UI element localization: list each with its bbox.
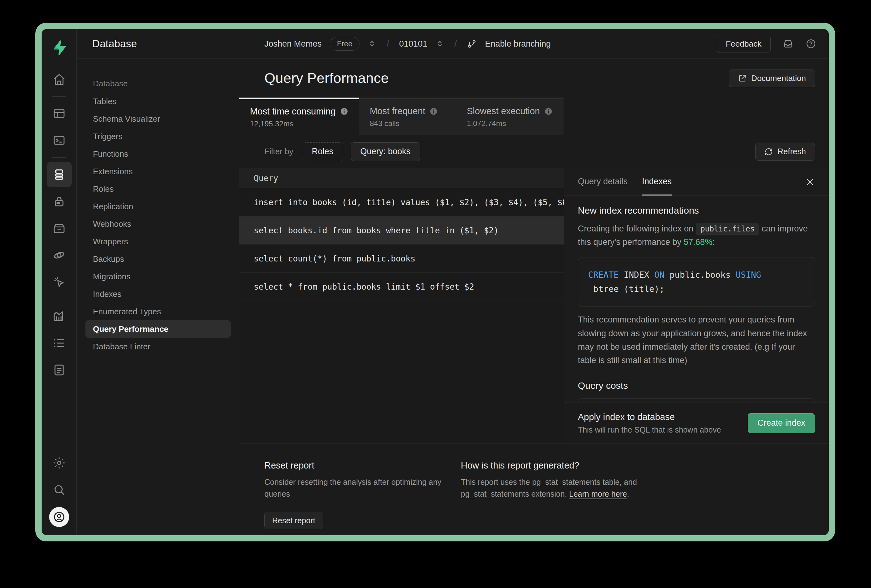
- project-name[interactable]: 010101: [399, 39, 427, 49]
- sidebar-item-replication[interactable]: Replication: [77, 197, 239, 215]
- recommendation-intro: Creating the following index on public.f…: [578, 222, 815, 249]
- nav-list: Database Tables Schema Visualizer Trigge…: [77, 59, 239, 355]
- query-column-header: Query: [239, 168, 564, 188]
- sidebar-item-database-linter[interactable]: Database Linter: [77, 338, 239, 355]
- apply-index-footer: Apply index to database This will run th…: [564, 402, 829, 443]
- breadcrumb-separator: /: [452, 39, 459, 49]
- query-row[interactable]: select * from public.books limit $1 offs…: [239, 273, 564, 301]
- app-window: Database Database Tables Schema Visualiz…: [42, 29, 829, 535]
- realtime-icon[interactable]: [46, 269, 72, 296]
- user-avatar[interactable]: [49, 507, 69, 527]
- storage-icon[interactable]: [46, 215, 72, 242]
- sidebar-item-extensions[interactable]: Extensions: [77, 163, 239, 180]
- query-row[interactable]: insert into books (id, title) values ($1…: [239, 188, 564, 217]
- roles-filter-button[interactable]: Roles: [302, 142, 343, 161]
- authentication-icon[interactable]: [46, 188, 72, 215]
- edge-functions-icon[interactable]: [46, 242, 72, 269]
- chevrons-up-down-icon[interactable]: [368, 39, 376, 48]
- top-bar: Joshen Memes Free / 010101 / Enable bran…: [239, 29, 829, 59]
- reset-report-button[interactable]: Reset report: [264, 512, 323, 529]
- apply-index-subtext: This will run the SQL that is shown abov…: [578, 425, 721, 434]
- close-icon[interactable]: [805, 177, 815, 187]
- tab-label: Slowest execution: [467, 106, 540, 116]
- chevrons-up-down-icon[interactable]: [436, 39, 444, 48]
- reset-report-section: Reset report Consider resetting the anal…: [264, 460, 452, 535]
- reports-icon[interactable]: [46, 303, 72, 330]
- sidebar-item-functions[interactable]: Functions: [77, 145, 239, 163]
- home-icon[interactable]: [46, 66, 72, 93]
- table-editor-icon[interactable]: [46, 100, 72, 127]
- how-generated-text: This report uses the pg_stat_statements …: [461, 476, 667, 500]
- tab-value: 1,072.74ms: [467, 119, 552, 128]
- sidebar-item-webhooks[interactable]: Webhooks: [77, 215, 239, 233]
- sidebar-item-indexes[interactable]: Indexes: [77, 285, 239, 303]
- rail-divider: [52, 96, 66, 97]
- settings-gear-icon[interactable]: [46, 449, 72, 476]
- sidenav-header: Database: [77, 29, 239, 59]
- query-costs-box: Total cost of query Currently: 25: [578, 398, 815, 402]
- details-panel: Query details Indexes New index recommen…: [564, 168, 829, 443]
- sql-editor-icon[interactable]: [46, 127, 72, 154]
- improvement-percent: 57.68%: [684, 237, 712, 247]
- git-branch-icon: [467, 39, 477, 49]
- sidebar-item-migrations[interactable]: Migrations: [77, 268, 239, 285]
- sidebar-item-query-performance[interactable]: Query Performance: [85, 320, 231, 338]
- sidebar-item-roles[interactable]: Roles: [77, 180, 239, 197]
- info-icon: [430, 107, 438, 115]
- info-icon: [544, 107, 552, 115]
- window-frame: Database Database Tables Schema Visualiz…: [35, 23, 835, 542]
- tab-most-time-consuming[interactable]: Most time consuming 12,195.32ms: [239, 97, 359, 135]
- intro-text: :: [712, 237, 715, 247]
- sql-line: btree (title);: [588, 282, 805, 296]
- report-info-section: How is this report generated? This repor…: [461, 460, 667, 535]
- sidebar-item-schema-visualizer[interactable]: Schema Visualizer: [77, 110, 239, 128]
- tab-slowest-execution[interactable]: Slowest execution 1,072.74ms: [456, 97, 563, 135]
- query-row[interactable]: select count(*) from public.books: [239, 245, 564, 273]
- icon-rail: [42, 29, 77, 535]
- how-generated-heading: How is this report generated?: [461, 460, 667, 471]
- create-index-button[interactable]: Create index: [748, 413, 815, 433]
- tab-query-details[interactable]: Query details: [578, 168, 628, 196]
- feedback-button[interactable]: Feedback: [717, 35, 771, 53]
- search-icon[interactable]: [46, 476, 72, 503]
- tab-label: Most frequent: [370, 106, 425, 116]
- apply-index-heading: Apply index to database: [578, 412, 721, 422]
- panel-body: New index recommendations Creating the f…: [564, 196, 829, 402]
- recommendations-heading: New index recommendations: [578, 205, 815, 216]
- sidebar-item-tables[interactable]: Tables: [77, 93, 239, 110]
- api-docs-icon[interactable]: [46, 356, 72, 383]
- org-name[interactable]: Joshen Memes: [264, 39, 322, 49]
- documentation-label: Documentation: [751, 73, 806, 83]
- learn-more-link[interactable]: Learn more here: [569, 489, 627, 498]
- sidebar-item-triggers[interactable]: Triggers: [77, 128, 239, 145]
- report-tabs: Most time consuming 12,195.32ms Most fre…: [239, 97, 829, 135]
- recommendation-note: This recommendation serves to prevent yo…: [578, 313, 815, 367]
- logs-icon[interactable]: [46, 330, 72, 356]
- inbox-icon[interactable]: [783, 38, 794, 49]
- refresh-button[interactable]: Refresh: [755, 143, 815, 161]
- query-filter-button[interactable]: Query: books: [351, 142, 421, 161]
- help-icon[interactable]: [806, 39, 816, 49]
- database-icon[interactable]: [46, 162, 72, 187]
- sidenav-title: Database: [92, 38, 137, 50]
- table-name-chip: public.files: [696, 223, 759, 235]
- sidenav: Database Database Tables Schema Visualiz…: [77, 29, 239, 535]
- bottom-section: Reset report Consider resetting the anal…: [239, 443, 829, 535]
- documentation-button[interactable]: Documentation: [729, 69, 815, 87]
- tab-label: Most time consuming: [250, 106, 336, 117]
- rail-divider: [52, 157, 66, 158]
- external-link-icon: [738, 74, 747, 82]
- tab-most-frequent[interactable]: Most frequent 843 calls: [359, 97, 456, 135]
- breadcrumb-separator: /: [385, 39, 391, 49]
- sidebar-item-wrappers[interactable]: Wrappers: [77, 233, 239, 250]
- nav-section-label: Database: [77, 75, 239, 93]
- tab-value: 12,195.32ms: [250, 120, 348, 128]
- sidebar-item-backups[interactable]: Backups: [77, 250, 239, 268]
- query-table: Query insert into books (id, title) valu…: [239, 168, 564, 443]
- enable-branching-button[interactable]: Enable branching: [485, 39, 551, 49]
- sidebar-item-enumerated-types[interactable]: Enumerated Types: [77, 303, 239, 320]
- supabase-logo[interactable]: [51, 29, 67, 66]
- query-row-selected[interactable]: select books.id from books where title i…: [239, 217, 564, 245]
- content-row: Query insert into books (id, title) valu…: [239, 168, 829, 443]
- tab-indexes[interactable]: Indexes: [642, 168, 672, 196]
